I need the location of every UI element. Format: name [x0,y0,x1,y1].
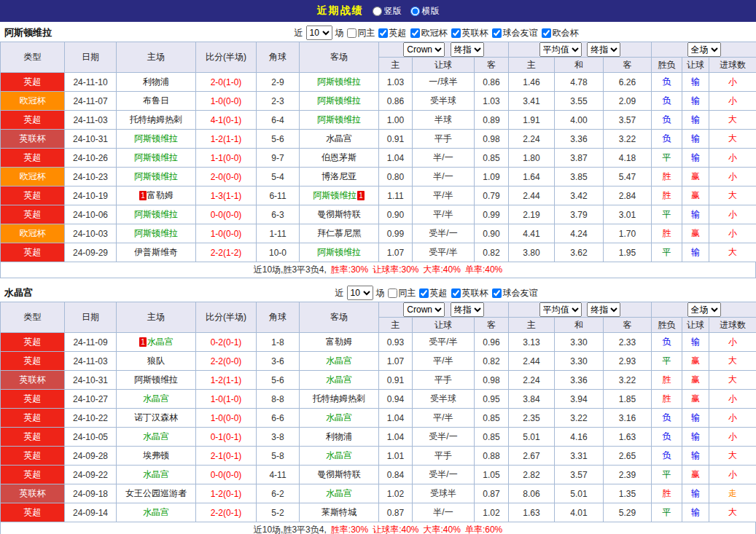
home-team-cell[interactable]: 水晶宫 [117,503,196,522]
bookmaker-select[interactable]: Crown [403,42,445,57]
league-checkbox[interactable] [451,288,461,298]
away-team-cell[interactable]: 富勒姆 [300,333,379,352]
home-team-cell[interactable]: 水晶宫 [117,428,196,447]
bookmaker-select[interactable]: Crown [403,302,445,317]
horizontal-layout-radio-input[interactable] [410,7,420,16]
score-cell[interactable]: 2-2(1-2) [196,243,257,262]
away-team-cell[interactable]: 曼彻斯特联 [300,205,379,224]
score-cell[interactable]: 0-0(0-0) [196,466,257,484]
league-filter[interactable]: 英联杯 [451,27,488,39]
away-team-cell[interactable]: 水晶宫 [300,371,379,390]
home-team-cell[interactable]: 狼队 [117,352,196,371]
layout-radio-vertical[interactable]: 竖版 [373,5,402,17]
score-cell[interactable]: 4-1(0-1) [196,111,257,130]
home-team-cell[interactable]: 阿斯顿维拉 [117,224,196,243]
away-team-cell[interactable]: 水晶宫 [300,130,379,149]
avg-away-cell: 3.01 [604,205,652,224]
score-cell[interactable]: 2-2(0-1) [196,503,257,522]
score-cell[interactable]: 1-0(0-0) [196,409,257,428]
league-filter[interactable]: 欧冠杯 [410,27,448,39]
odds-stage-select[interactable]: 终指 [451,42,484,57]
home-team-cell[interactable]: 1水晶宫 [117,333,196,352]
home-team-cell[interactable]: 阿斯顿维拉 [117,130,196,149]
score-cell[interactable]: 1-0(1-0) [196,390,257,409]
home-team-cell[interactable]: 托特纳姆热刺 [117,111,196,130]
away-team-cell[interactable]: 阿斯顿维拉 [300,92,379,111]
league-filter[interactable]: 英联杯 [451,287,488,299]
score-cell[interactable]: 2-2(0-0) [196,352,257,371]
away-team-cell[interactable]: 托特纳姆热刺 [300,390,379,409]
away-team-cell[interactable]: 伯恩茅斯 [300,149,379,168]
score-cell[interactable]: 2-1(0-1) [196,447,257,466]
score-cell[interactable]: 2-0(0-0) [196,168,257,186]
match-count-select[interactable]: 10 [347,286,373,300]
fulltime-select[interactable]: 全场 [687,42,721,57]
odds-stage-select[interactable]: 终指 [451,302,484,317]
away-team-cell[interactable]: 水晶宫 [300,409,379,428]
away-team-cell[interactable]: 水晶宫 [300,447,379,466]
away-team-cell[interactable]: 阿斯顿维拉 [300,73,379,92]
match-count-select[interactable]: 10 [306,25,332,40]
league-checkbox[interactable] [410,28,420,38]
league-checkbox[interactable] [378,28,388,38]
score-cell[interactable]: 1-2(0-1) [196,484,257,503]
league-filter[interactable]: 英超 [419,287,448,299]
away-team-cell[interactable]: 阿斯顿维拉 [300,243,379,262]
home-team-cell[interactable]: 女王公园巡游者 [117,484,196,503]
score-cell[interactable]: 2-0(1-0) [196,73,257,92]
away-team-cell[interactable]: 博洛尼亚 [300,168,379,186]
same-home-checkbox[interactable] [347,28,356,38]
away-team-cell[interactable]: 拜仁慕尼黑 [300,224,379,243]
same-home-filter[interactable]: 同主 [347,27,375,39]
away-team-cell[interactable]: 水晶宫 [300,484,379,503]
same-home-filter[interactable]: 同主 [388,287,416,299]
away-team-cell[interactable]: 莱斯特城 [300,503,379,522]
league-checkbox[interactable] [492,288,502,298]
score-cell[interactable]: 0-2(0-1) [196,333,257,352]
home-team-cell[interactable]: 阿斯顿维拉 [117,371,196,390]
home-team-cell[interactable]: 伊普斯维奇 [117,243,196,262]
away-team-cell[interactable]: 曼彻斯特联 [300,466,379,484]
home-team-cell[interactable]: 诺丁汉森林 [117,409,196,428]
average-stage-select[interactable]: 终指 [587,42,620,57]
score-cell[interactable]: 1-2(1-1) [196,371,257,390]
score-cell[interactable]: 1-0(0-0) [196,224,257,243]
score-cell[interactable]: 1-2(1-1) [196,130,257,149]
league-filter[interactable]: 欧会杯 [542,27,579,39]
league-filter[interactable]: 球会友谊 [492,287,538,299]
match-row: 英联杯24-09-18女王公园巡游者1-2(0-1)6-2水晶宫1.02受球半0… [1,484,756,503]
average-select[interactable]: 平均值 [539,302,582,317]
home-team-cell[interactable]: 阿斯顿维拉 [117,149,196,168]
home-team-cell[interactable]: 阿斯顿维拉 [117,168,196,186]
home-team-cell[interactable]: 水晶宫 [117,390,196,409]
league-checkbox[interactable] [492,28,502,38]
home-team-cell[interactable]: 埃弗顿 [117,447,196,466]
score-cell[interactable]: 1-0(0-0) [196,92,257,111]
home-team-cell[interactable]: 利物浦 [117,73,196,92]
away-team-cell[interactable]: 阿斯顿维拉1 [300,186,379,205]
home-team-cell[interactable]: 水晶宫 [117,466,196,484]
home-team-cell[interactable]: 布鲁日 [117,92,196,111]
away-team-cell[interactable]: 利物浦 [300,428,379,447]
home-team-cell[interactable]: 阿斯顿维拉 [117,205,196,224]
score-cell[interactable]: 1-3(1-1) [196,186,257,205]
league-checkbox[interactable] [451,28,461,38]
league-filter[interactable]: 英超 [378,27,407,39]
score-cell[interactable]: 1-1(0-0) [196,149,257,168]
average-stage-select[interactable]: 终指 [587,302,620,317]
away-team-cell[interactable]: 水晶宫 [300,352,379,371]
league-checkbox[interactable] [542,28,551,38]
layout-radio-horizontal[interactable]: 横版 [410,5,440,17]
avg-away-cell: 6.26 [604,73,652,92]
score-cell[interactable]: 0-0(0-0) [196,205,257,224]
score-cell[interactable]: 0-1(0-1) [196,428,257,447]
vertical-layout-radio-input[interactable] [373,7,382,16]
home-team-cell[interactable]: 1富勒姆 [117,186,196,205]
league-filter[interactable]: 球会友谊 [492,27,538,39]
fulltime-select[interactable]: 全场 [687,302,721,317]
filter-matches-label: 场 [335,27,344,39]
league-checkbox[interactable] [419,288,429,298]
same-home-checkbox[interactable] [388,288,397,298]
average-select[interactable]: 平均值 [539,42,582,57]
away-team-cell[interactable]: 阿斯顿维拉 [300,111,379,130]
